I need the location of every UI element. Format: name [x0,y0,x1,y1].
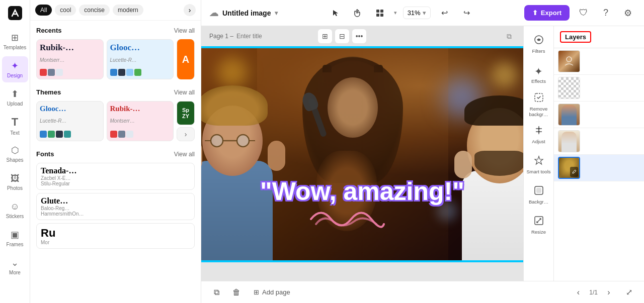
themes-section-header: Themes View all [36,88,195,96]
theme-card-1[interactable]: Glooc… Lucette-R… [36,101,104,141]
sidebar-item-text[interactable]: T Text [2,113,28,139]
font-item-2[interactable]: Glute… Baloo-Reg… HammersmithOn… [36,193,195,220]
more-options-button[interactable]: ••• [352,29,366,43]
left-hand-right [268,141,285,171]
tool-effects[interactable]: ✦ Effects [526,60,552,88]
settings-button[interactable]: ⚙ [620,5,636,21]
sidebar-item-shapes[interactable]: ⬡ Shapes [2,141,28,167]
tool-background[interactable]: Backgr… [526,181,552,209]
page-title-input[interactable] [236,33,312,40]
tool-resize[interactable]: Resize [526,211,552,239]
themes-view-all[interactable]: View all [174,89,195,96]
remove-bg-label: Remove backgr… [526,106,552,117]
theme-card-2[interactable]: Rubik-… Montserr… [107,101,174,141]
stickers-label: Stickers [6,214,24,219]
themes-next-button[interactable]: SpZY › [177,101,195,141]
recents-view-all[interactable]: View all [174,27,195,34]
next-page-button[interactable]: › [602,285,616,299]
canvas-area: Page 1 – ⊞ ⊟ ••• ⧉ [201,26,644,281]
page-number: Page 1 – [209,33,233,40]
sidebar-item-templates[interactable]: ⊞ Templates [2,28,28,54]
font-2-sub1: Baloo-Reg… [41,206,190,211]
app-logo[interactable] [6,4,24,22]
zoom-control[interactable]: 31% ▾ [403,7,431,19]
text-label: Text [10,130,19,136]
layer-item-2[interactable] [554,75,644,102]
font-item-1[interactable]: Tenada-… Zacbel X-E… Stilu-Regular [36,163,195,190]
recents-section-header: Recents View all [36,27,195,34]
recents-title: Recents [36,27,62,34]
recent-card-2[interactable]: Glooc… Lucette-R… [107,39,174,79]
layer-item-5[interactable] [554,155,644,181]
font-3-main: Ru [41,227,190,240]
redo-button[interactable]: ↪ [459,5,475,21]
add-page-icon: ⊞ [254,288,259,296]
sidebar-item-frames[interactable]: ▣ Frames [2,225,28,251]
theme-1-sub: Lucette-R… [40,118,100,124]
copy-small-button[interactable]: ⧉ [503,30,515,42]
select-tool-button[interactable] [328,5,344,21]
help-button[interactable]: ? [598,5,614,21]
panel-content: Recents View all Rubik-… Montserr… Glooc… [30,21,201,303]
swatch-red [40,69,47,76]
t1-s4 [64,131,71,138]
add-page-button[interactable]: ⊞ Add page [250,286,294,298]
person-left-body [201,161,273,261]
filter-cool[interactable]: cool [55,5,76,16]
export-label: Export [541,9,561,17]
fonts-view-all[interactable]: View all [174,151,195,158]
fonts-title: Fonts [36,150,54,158]
t1-s2 [48,131,55,138]
swatch-gray [48,69,55,76]
filter-concise[interactable]: concise [79,5,110,16]
recents-next-button[interactable]: A [177,39,195,79]
layer-item-1[interactable] [554,48,644,75]
sidebar-item-upload[interactable]: ⬆ Upload [2,84,28,111]
background-icon [534,185,544,198]
grid-select-button[interactable]: ⊞ [318,29,332,43]
sidebar-item-design[interactable]: ✦ Design [2,56,28,82]
font-item-3-preview: Ru Mor [41,227,190,245]
layer-item-3[interactable] [554,102,644,128]
copy-page-button[interactable]: ⧉ [209,285,223,299]
tool-remove-bg[interactable]: Remove backgr… [526,90,552,119]
layer-thumb-5 [558,157,580,179]
shield-button[interactable]: 🛡 [576,5,592,21]
fullscreen-button[interactable]: ⤢ [622,285,636,299]
delete-page-button[interactable]: 🗑 [229,285,244,299]
filters-label: Filters [532,48,545,54]
export-button[interactable]: ⬆ Export [524,5,570,21]
filter-modern[interactable]: modern [113,5,143,16]
sidebar-item-more[interactable]: ⌄ More [2,253,28,279]
tool-adjust[interactable]: Adjust [526,121,552,149]
canvas-display[interactable]: "Wow, amazing!" [201,46,523,281]
font-item-3[interactable]: Ru Mor [36,223,195,249]
sidebar-item-stickers[interactable]: ☺ Stickers [2,197,28,223]
bokeh-3 [492,62,517,87]
filter-all[interactable]: All [35,5,52,16]
wow-text: "Wow, amazing!" [260,177,464,206]
effects-label: Effects [531,78,546,84]
recent-card-1[interactable]: Rubik-… Montserr… [36,39,104,79]
shapes-label: Shapes [7,157,24,163]
sidebar-item-photos[interactable]: 🖼 Photos [2,169,28,195]
hand-tool-button[interactable] [350,5,366,21]
layout-chevron-icon[interactable]: ▾ [394,10,397,16]
svg-point-8 [237,135,249,147]
tool-smart[interactable]: Smart tools [526,151,552,179]
svg-rect-4 [380,14,383,17]
undo-button[interactable]: ↩ [437,5,453,21]
filter-more-button[interactable]: › [184,4,196,16]
stickers-icon: ☺ [10,201,19,212]
prev-page-button[interactable]: ‹ [571,285,585,299]
theme-1-name: Glooc… [40,105,100,113]
layout-select-button[interactable]: ⊟ [335,29,349,43]
tool-filters[interactable]: Filters [526,30,552,58]
title-chevron-icon[interactable]: ▾ [275,10,278,17]
page-bar: Page 1 – ⊞ ⊟ ••• ⧉ [201,26,523,46]
layer-item-4[interactable] [554,128,644,155]
recent-card-1-sub: Montserr… [40,57,100,63]
layout-tool-button[interactable] [372,5,388,21]
frames-label: Frames [7,242,24,247]
svg-rect-3 [376,14,379,17]
